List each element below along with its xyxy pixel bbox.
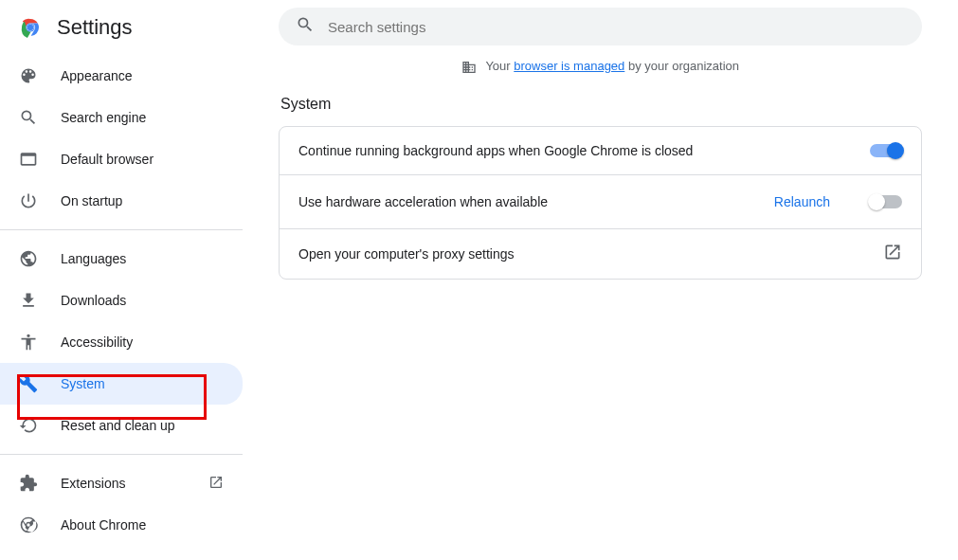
sidebar-item-label: Default browser [61, 152, 224, 167]
main-content: Your browser is managed by your organiza… [243, 0, 958, 560]
sidebar-item-label: Extensions [61, 476, 201, 491]
search-icon [19, 108, 38, 127]
row-background-apps[interactable]: Continue running background apps when Go… [280, 127, 921, 174]
relaunch-button[interactable]: Relaunch [761, 189, 843, 215]
chrome-logo-icon [19, 16, 42, 39]
divider [0, 454, 243, 455]
sidebar-item-label: Reset and clean up [61, 418, 224, 433]
managed-suffix: by your organization [624, 59, 739, 73]
sidebar-item-default-browser[interactable]: Default browser [0, 138, 243, 180]
toggle-background-apps[interactable] [870, 144, 902, 157]
building-icon [461, 59, 482, 73]
sidebar-item-about-chrome[interactable]: About Chrome [0, 504, 243, 546]
sidebar-item-label: Languages [61, 251, 224, 266]
sidebar-item-label: System [61, 376, 224, 391]
sidebar-item-label: Search engine [61, 110, 224, 125]
browser-icon [19, 150, 38, 169]
restore-icon [19, 416, 38, 435]
extension-icon [19, 474, 38, 493]
open-in-new-icon [208, 475, 224, 493]
search-icon [296, 15, 328, 38]
accessibility-icon [19, 333, 38, 352]
svg-point-3 [27, 25, 33, 30]
sidebar-item-downloads[interactable]: Downloads [0, 280, 243, 321]
row-label: Continue running background apps when Go… [298, 143, 843, 158]
page-title: Settings [57, 15, 133, 40]
sidebar-item-appearance[interactable]: Appearance [0, 55, 243, 97]
row-label: Use hardware acceleration when available [298, 194, 761, 209]
managed-prefix: Your [485, 59, 514, 73]
managed-link[interactable]: browser is managed [514, 59, 624, 73]
sidebar-item-extensions[interactable]: Extensions [0, 462, 243, 504]
sidebar-item-accessibility[interactable]: Accessibility [0, 321, 243, 363]
sidebar-item-label: Appearance [61, 68, 224, 83]
power-icon [19, 191, 38, 210]
sidebar-item-search-engine[interactable]: Search engine [0, 97, 243, 138]
system-card: Continue running background apps when Go… [279, 126, 922, 280]
sidebar: Settings Appearance Search engine Defaul… [0, 0, 243, 560]
divider [0, 229, 243, 230]
row-label: Open your computer's proxy settings [298, 246, 883, 262]
sidebar-item-label: Accessibility [61, 334, 224, 350]
sidebar-item-system[interactable]: System [0, 363, 243, 405]
sidebar-item-label: About Chrome [61, 517, 224, 533]
toggle-hardware-acceleration[interactable] [870, 195, 902, 208]
download-icon [19, 291, 38, 310]
sidebar-item-reset[interactable]: Reset and clean up [0, 405, 243, 446]
sidebar-item-on-startup[interactable]: On startup [0, 180, 243, 222]
search-bar[interactable] [279, 8, 922, 45]
sidebar-item-languages[interactable]: Languages [0, 238, 243, 280]
sidebar-item-label: Downloads [61, 293, 224, 308]
row-proxy-settings[interactable]: Open your computer's proxy settings [280, 228, 921, 279]
sidebar-header: Settings [0, 4, 243, 55]
sidebar-item-label: On startup [61, 193, 224, 208]
section-title: System [280, 96, 922, 113]
wrench-icon [19, 374, 38, 393]
managed-notice: Your browser is managed by your organiza… [279, 59, 922, 75]
globe-icon [19, 249, 38, 268]
palette-icon [19, 66, 38, 85]
search-input[interactable] [328, 19, 905, 35]
row-hardware-acceleration[interactable]: Use hardware acceleration when available… [280, 174, 921, 228]
chrome-outline-icon [19, 515, 38, 534]
open-in-new-icon [883, 243, 902, 265]
